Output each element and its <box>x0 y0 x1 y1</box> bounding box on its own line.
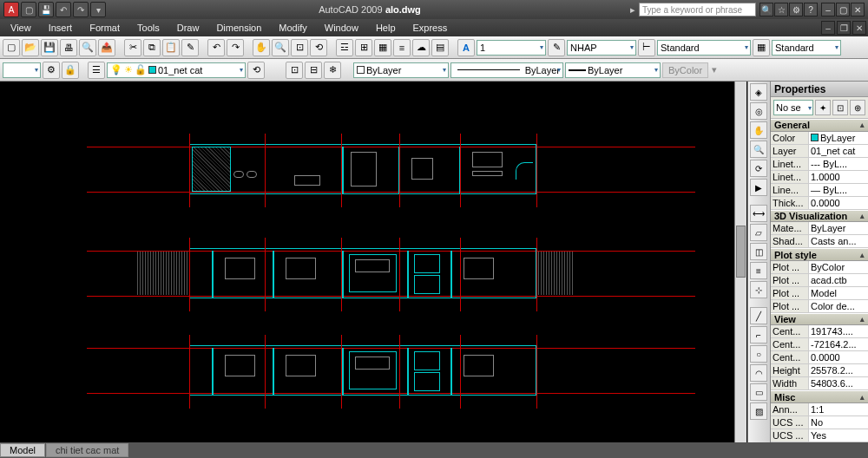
zoom2-icon[interactable]: 🔍 <box>750 141 767 158</box>
scrollbar-thumb[interactable] <box>736 226 746 278</box>
menu-modify[interactable]: Modify <box>270 21 315 35</box>
save-icon[interactable]: 💾 <box>38 2 54 17</box>
pan-icon[interactable]: ✋ <box>253 39 270 56</box>
preview-icon[interactable]: 🔍 <box>79 39 96 56</box>
prop-row[interactable]: Linet...--- ByL... <box>771 158 868 171</box>
prop-value[interactable]: 0.0000 <box>809 197 868 209</box>
lineweight-drop[interactable]: ByLayer▾ <box>565 62 661 78</box>
wheel-icon[interactable]: ◎ <box>750 102 767 120</box>
prop-value[interactable]: ByLayer <box>809 132 868 144</box>
area-icon[interactable]: ▱ <box>750 224 767 241</box>
menu-draw[interactable]: Draw <box>168 21 208 35</box>
save-file-icon[interactable]: 💾 <box>41 39 58 56</box>
match-icon[interactable]: ✎ <box>181 39 199 56</box>
prop-value[interactable]: 1.0000 <box>809 171 868 183</box>
cat-plot[interactable]: Plot style▴ <box>771 248 868 261</box>
prop-row[interactable]: Width54803.6... <box>771 377 868 390</box>
hatch-icon[interactable]: ▨ <box>750 402 767 420</box>
publish-icon[interactable]: 📤 <box>98 39 115 56</box>
redo2-icon[interactable]: ↷ <box>227 39 244 56</box>
orbit-icon[interactable]: ⟳ <box>750 160 767 177</box>
layer-props-icon[interactable]: ☰ <box>88 62 105 79</box>
undo-icon[interactable]: ↶ <box>56 2 71 17</box>
prop-value[interactable]: Yes <box>809 429 868 442</box>
selection-drop[interactable]: No se▾ <box>773 100 813 115</box>
textstyle-icon[interactable]: ✎ <box>548 39 565 56</box>
region-icon[interactable]: ◫ <box>750 243 767 260</box>
prop-row[interactable]: Plot ...Model <box>771 287 868 300</box>
prop-row[interactable]: UCS ...Yes <box>771 429 868 442</box>
prop-row[interactable]: Plot ...ByColor <box>771 261 868 274</box>
dim-style-drop[interactable]: Standard▾ <box>657 40 751 56</box>
prop-value[interactable]: 1:1 <box>809 403 868 415</box>
infocenter-icon[interactable]: ☆ <box>774 3 788 16</box>
new-file-icon[interactable]: ▢ <box>3 39 20 56</box>
tab-layout1[interactable]: chi tiet cac mat <box>46 443 128 457</box>
zoom-rt-icon[interactable]: 🔍 <box>272 39 289 56</box>
app-menu-icon[interactable]: A <box>3 2 19 17</box>
help-icon[interactable]: ? <box>804 3 818 16</box>
layer-iso-icon[interactable]: ⊡ <box>286 62 303 79</box>
ssm-icon[interactable]: ≡ <box>393 39 411 56</box>
prop-value[interactable]: ByLayer <box>809 222 868 234</box>
paste-icon[interactable]: 📋 <box>162 39 180 56</box>
prop-value[interactable]: ByColor <box>809 261 868 273</box>
zoom-win-icon[interactable]: ⊡ <box>291 39 308 56</box>
dimstyle-icon[interactable]: ⊢ <box>638 39 655 56</box>
drawing-canvas[interactable] <box>0 82 747 442</box>
prop-row[interactable]: Cent...0.0000 <box>771 351 868 364</box>
prop-value[interactable]: 0.0000 <box>809 351 868 363</box>
menu-view[interactable]: View <box>2 21 40 35</box>
workspace-settings-icon[interactable]: ⚙ <box>43 62 60 79</box>
open-icon[interactable]: 📂 <box>22 39 39 56</box>
list-icon[interactable]: ≡ <box>750 262 767 279</box>
close-button[interactable]: ✕ <box>851 3 865 16</box>
layer-prev-icon[interactable]: ⟲ <box>247 62 265 79</box>
nav-cube-icon[interactable]: ◈ <box>750 83 767 101</box>
prop-value[interactable]: 54803.6... <box>809 377 868 389</box>
dist-icon[interactable]: ⟷ <box>750 205 767 222</box>
prop-row[interactable]: Line...— ByL... <box>771 184 868 197</box>
tab-model[interactable]: Model <box>0 443 45 457</box>
plot-icon[interactable]: 🖶 <box>60 39 77 56</box>
menu-express[interactable]: Express <box>404 21 457 35</box>
prop-value[interactable]: 191743.... <box>809 325 868 337</box>
prop-row[interactable]: Shad...Casts an... <box>771 235 868 248</box>
maximize-button[interactable]: ▢ <box>836 3 850 16</box>
menu-dimension[interactable]: Dimension <box>207 21 270 35</box>
layer-freeze2-icon[interactable]: ❄ <box>324 62 341 79</box>
cat-view[interactable]: View▴ <box>771 313 868 326</box>
qat-more-icon[interactable]: ▾ <box>90 2 106 17</box>
minimize-button[interactable]: – <box>821 3 835 16</box>
id-icon[interactable]: ⊹ <box>750 281 767 298</box>
comm-icon[interactable]: ⚙ <box>789 3 803 16</box>
search-go-icon[interactable]: 🔍 <box>760 3 773 16</box>
tablestyle-icon[interactable]: ▦ <box>753 39 770 56</box>
markup-icon[interactable]: ☁ <box>412 39 430 56</box>
prop-row[interactable]: Plot ...Color de... <box>771 300 868 313</box>
selobj-icon[interactable]: ⊡ <box>832 100 848 115</box>
rect-icon[interactable]: ▭ <box>750 383 767 401</box>
prop-value[interactable]: --- ByL... <box>809 158 868 170</box>
prop-row[interactable]: Ann...1:1 <box>771 403 868 416</box>
arc-icon[interactable]: ◠ <box>750 364 767 382</box>
cut-icon[interactable]: ✂ <box>124 39 141 56</box>
prop-value[interactable]: Casts an... <box>809 235 868 247</box>
menu-insert[interactable]: Insert <box>40 21 82 35</box>
prop-row[interactable]: UCS ...No <box>771 416 868 429</box>
copy-icon[interactable]: ⧉ <box>143 39 161 56</box>
doc-minimize-button[interactable]: – <box>821 21 835 35</box>
doc-close-button[interactable]: ✕ <box>852 21 866 35</box>
new-icon[interactable]: ▢ <box>21 2 36 17</box>
menu-format[interactable]: Format <box>81 21 128 35</box>
prop-row[interactable]: Cent...191743.... <box>771 325 868 338</box>
prop-row[interactable]: Plot ...acad.ctb <box>771 274 868 287</box>
table-style-drop[interactable]: Standard▾ <box>772 40 841 56</box>
dc-icon[interactable]: ⊞ <box>355 39 372 56</box>
quickselect-icon[interactable]: ✦ <box>815 100 831 115</box>
line-icon[interactable]: ╱ <box>750 307 767 324</box>
layer-drop[interactable]: 💡 ☀ 🔓 01_net cat ▾ <box>107 62 246 78</box>
layer-uniso-icon[interactable]: ⊟ <box>305 62 322 79</box>
menu-help[interactable]: Help <box>367 21 404 35</box>
prop-value[interactable]: -72164.2... <box>809 338 868 350</box>
